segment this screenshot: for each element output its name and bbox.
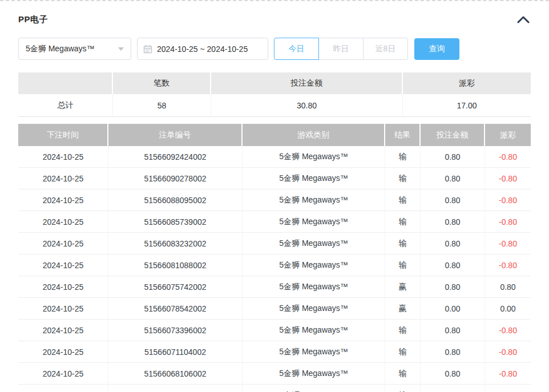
- cell-payout: 0.80: [485, 276, 531, 298]
- header-bet-time: 下注时间: [18, 124, 108, 146]
- cell-result: 输: [385, 341, 421, 363]
- calendar-icon: [143, 45, 152, 54]
- cell-bet-amount: 0.80: [421, 233, 485, 254]
- cell-result: 输: [385, 233, 421, 254]
- cell-game-type: 5金狮 Megaways™: [243, 189, 385, 211]
- chevron-up-icon: [517, 15, 530, 23]
- cell-bet-amount: 0.80: [421, 276, 485, 298]
- summary-header-bet-amount: 投注金额: [211, 72, 403, 94]
- cell-bet-amount: 0.80: [421, 363, 485, 385]
- summary-total-bet: 30.80: [211, 94, 403, 117]
- cell-game-type: 5金狮 Megaways™: [243, 146, 385, 168]
- cell-game-type: 5金狮 Megaways™: [243, 298, 385, 320]
- cell-result: 输: [385, 168, 421, 189]
- pp-electronic-panel: PP电子 5金狮 Megaways™: [0, 13, 549, 392]
- cell-payout: -0.80: [485, 254, 531, 276]
- cell-bet-time: 2024-10-25: [18, 189, 108, 211]
- caret-down-icon: [118, 47, 124, 51]
- cell-bet-amount: 0.80: [421, 146, 485, 168]
- cell-result: 输: [385, 385, 421, 392]
- cell-payout: -0.80: [485, 168, 531, 189]
- cell-game-type: 5金狮 Megaways™: [243, 320, 385, 341]
- cell-bet-time: 2024-10-25: [18, 341, 108, 363]
- header-game-type: 游戏类别: [243, 124, 385, 146]
- cell-order-number: 51566081088002: [108, 254, 243, 276]
- summary-total-count: 58: [113, 94, 211, 117]
- cell-payout: -0.80: [485, 363, 531, 385]
- cell-order-number: 51566068106002: [108, 363, 243, 385]
- cell-bet-amount: 0.80: [421, 341, 485, 363]
- cell-order-number: 51566065838002: [108, 385, 243, 392]
- cell-game-type: 5金狮 Megaways™: [243, 168, 385, 189]
- cell-result: 输: [385, 320, 421, 341]
- cell-payout: -0.80: [485, 146, 531, 168]
- cell-order-number: 51566090278002: [108, 168, 243, 189]
- cell-bet-time: 2024-10-25: [18, 146, 108, 168]
- cell-result: 赢: [385, 298, 421, 320]
- cell-payout: -0.80: [485, 341, 531, 363]
- header-payout: 派彩: [485, 124, 531, 146]
- cell-game-type: 5金狮 Megaways™: [243, 363, 385, 385]
- cell-payout: -0.80: [485, 233, 531, 254]
- table-row: 2024-10-25 51566073396002 5金狮 Megaways™ …: [18, 320, 531, 341]
- date-range-input[interactable]: 2024-10-25 ~ 2024-10-25: [137, 38, 268, 60]
- toolbar: 5金狮 Megaways™ 2024-10-25 ~ 2024-10-25: [18, 38, 531, 60]
- game-select[interactable]: 5金狮 Megaways™: [18, 38, 131, 60]
- bet-records-table: 下注时间 注单编号 游戏类别 结果 投注金额 派彩 2024-10-25 515…: [18, 124, 531, 392]
- cell-payout: -0.80: [485, 189, 531, 211]
- summary-header-blank: [18, 72, 113, 94]
- cell-order-number: 51566085739002: [108, 211, 243, 233]
- summary-header-row: 笔数 投注金额 派彩: [18, 72, 531, 94]
- cell-game-type: 5金狮 Megaways™: [243, 385, 385, 392]
- cell-payout: -0.80: [485, 320, 531, 341]
- cell-bet-time: 2024-10-25: [18, 211, 108, 233]
- collapse-button[interactable]: [516, 13, 531, 26]
- cell-payout: 0.00: [485, 298, 531, 320]
- table-row: 2024-10-25 51566085739002 5金狮 Megaways™ …: [18, 211, 531, 233]
- summary-total-payout: 17.00: [403, 94, 531, 117]
- cell-game-type: 5金狮 Megaways™: [243, 276, 385, 298]
- search-button[interactable]: 查询: [414, 38, 459, 60]
- cell-bet-amount: 0.80: [421, 189, 485, 211]
- cell-bet-time: 2024-10-25: [18, 363, 108, 385]
- table-row: 2024-10-25 51566083232002 5金狮 Megaways™ …: [18, 233, 531, 254]
- today-button[interactable]: 今日: [274, 38, 319, 60]
- header-order-number: 注单编号: [108, 124, 243, 146]
- cell-order-number: 51566071104002: [108, 341, 243, 363]
- bet-table-header-row: 下注时间 注单编号 游戏类别 结果 投注金额 派彩: [18, 124, 531, 146]
- table-row: 2024-10-25 51566081088002 5金狮 Megaways™ …: [18, 254, 531, 276]
- table-row: 2024-10-25 51566075742002 5金狮 Megaways™ …: [18, 276, 531, 298]
- cell-bet-amount: 0.80: [421, 211, 485, 233]
- table-row: 2024-10-25 51566068106002 5金狮 Megaways™ …: [18, 363, 531, 385]
- table-row: 2024-10-25 51566090278002 5金狮 Megaways™ …: [18, 168, 531, 189]
- cell-order-number: 51566078542002: [108, 298, 243, 320]
- cell-order-number: 51566092424002: [108, 146, 243, 168]
- cell-game-type: 5金狮 Megaways™: [243, 211, 385, 233]
- cell-game-type: 5金狮 Megaways™: [243, 233, 385, 254]
- cell-payout: -0.80: [485, 385, 531, 392]
- yesterday-button[interactable]: 昨日: [318, 38, 364, 60]
- cell-game-type: 5金狮 Megaways™: [243, 254, 385, 276]
- cell-result: 输: [385, 254, 421, 276]
- bet-table-body: 2024-10-25 51566092424002 5金狮 Megaways™ …: [18, 146, 531, 392]
- table-row: 2024-10-25 51566065838002 5金狮 Megaways™ …: [18, 385, 531, 392]
- cell-order-number: 51566083232002: [108, 233, 243, 254]
- last-8-days-button[interactable]: 近8日: [363, 38, 408, 60]
- cell-payout: -0.80: [485, 211, 531, 233]
- cell-bet-amount: 0.80: [421, 168, 485, 189]
- cell-result: 输: [385, 211, 421, 233]
- cell-result: 赢: [385, 276, 421, 298]
- cell-bet-amount: 0.80: [421, 320, 485, 341]
- table-row: 2024-10-25 51566092424002 5金狮 Megaways™ …: [18, 146, 531, 168]
- game-select-value: 5金狮 Megaways™: [26, 44, 114, 54]
- cell-bet-time: 2024-10-25: [18, 385, 108, 392]
- cell-order-number: 51566073396002: [108, 320, 243, 341]
- summary-table: 笔数 投注金额 派彩 总计 58 30.80 17.00: [18, 72, 531, 117]
- cell-bet-time: 2024-10-25: [18, 233, 108, 254]
- cell-bet-amount: 0.80: [421, 385, 485, 392]
- panel-title: PP电子: [18, 14, 48, 25]
- cell-game-type: 5金狮 Megaways™: [243, 341, 385, 363]
- cell-bet-time: 2024-10-25: [18, 276, 108, 298]
- cell-result: 输: [385, 363, 421, 385]
- summary-header-payout: 派彩: [403, 72, 531, 94]
